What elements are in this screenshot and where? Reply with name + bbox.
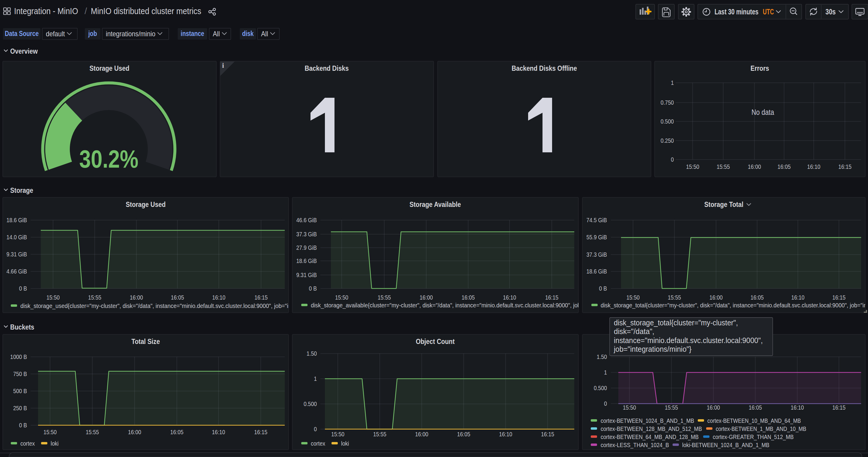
svg-text:16:15: 16:15 — [545, 294, 558, 301]
svg-text:disk_storage_used{cluster="my-: disk_storage_used{cluster="my-cluster", … — [20, 302, 335, 309]
svg-text:16:05: 16:05 — [170, 428, 183, 435]
svg-text:Object Count: Object Count — [416, 337, 455, 345]
svg-text:disk="/data",: disk="/data", — [614, 327, 654, 336]
svg-text:16:10: 16:10 — [807, 163, 820, 170]
svg-text:16:15: 16:15 — [254, 294, 268, 301]
svg-text:16:10: 16:10 — [503, 294, 516, 301]
svg-text:Backend Disks Offline: Backend Disks Offline — [512, 64, 577, 72]
svg-text:cortex: cortex — [311, 440, 325, 447]
svg-text:loki: loki — [51, 440, 59, 447]
svg-text:18.6 GiB: 18.6 GiB — [6, 216, 27, 223]
svg-text:loki-BETWEEN_1024_B_AND_1_MB: loki-BETWEEN_1024_B_AND_1_MB — [682, 441, 769, 449]
svg-text:16:00: 16:00 — [128, 428, 141, 435]
svg-text:15:50: 15:50 — [626, 294, 640, 301]
svg-text:16:00: 16:00 — [748, 163, 761, 170]
svg-text:15:55: 15:55 — [378, 294, 391, 301]
svg-text:Storage Available: Storage Available — [409, 200, 461, 208]
svg-text:18.6 GiB: 18.6 GiB — [586, 268, 607, 275]
svg-text:0.500: 0.500 — [660, 118, 674, 125]
svg-text:15:55: 15:55 — [86, 428, 99, 435]
svg-text:15:50: 15:50 — [46, 294, 60, 301]
svg-text:16:10: 16:10 — [212, 428, 225, 435]
svg-text:Data Source: Data Source — [5, 30, 39, 37]
svg-text:16:15: 16:15 — [838, 163, 851, 170]
svg-text:16:05: 16:05 — [777, 163, 791, 170]
svg-text:16:00: 16:00 — [709, 294, 723, 301]
svg-text:30.2%: 30.2% — [79, 145, 138, 173]
svg-text:No data: No data — [751, 108, 774, 116]
svg-text:16:00: 16:00 — [130, 294, 143, 301]
svg-text:1: 1 — [314, 375, 317, 382]
svg-text:1.50: 1.50 — [597, 353, 607, 360]
svg-text:15:50: 15:50 — [686, 163, 699, 170]
svg-text:1: 1 — [671, 79, 674, 86]
svg-text:loki: loki — [341, 440, 349, 447]
svg-text:cortex: cortex — [20, 440, 35, 447]
svg-text:74.5 GiB: 74.5 GiB — [586, 216, 607, 223]
svg-text:Last 30 minutes: Last 30 minutes — [715, 7, 758, 16]
svg-text:15:50: 15:50 — [623, 404, 636, 411]
svg-text:instance="minio.default.svc.cl: instance="minio.default.svc.cluster.loca… — [614, 336, 763, 344]
svg-text:cortex-BETWEEN_64_MB_AND_128_M: cortex-BETWEEN_64_MB_AND_128_MB — [601, 433, 699, 440]
svg-text:cortex-GREATER_THAN_512_MB: cortex-GREATER_THAN_512_MB — [713, 433, 794, 440]
svg-text:0: 0 — [314, 426, 317, 432]
svg-text:Storage: Storage — [10, 186, 33, 194]
svg-text:16:15: 16:15 — [832, 294, 845, 301]
svg-text:15:55: 15:55 — [717, 163, 730, 170]
svg-text:Backend Disks: Backend Disks — [305, 64, 349, 72]
svg-text:Integration - MinIO: Integration - MinIO — [14, 6, 78, 16]
svg-text:16:00: 16:00 — [707, 404, 720, 411]
svg-text:cortex-BETWEEN_1024_B_AND_1_MB: cortex-BETWEEN_1024_B_AND_1_MB — [601, 417, 694, 424]
svg-text:27.9 GiB: 27.9 GiB — [296, 244, 317, 251]
svg-text:9.31 GiB: 9.31 GiB — [296, 271, 317, 278]
svg-text:cortex-LESS_THAN_1024_B: cortex-LESS_THAN_1024_B — [601, 441, 669, 449]
svg-text:16:05: 16:05 — [462, 294, 475, 301]
svg-text:37.3 GiB: 37.3 GiB — [296, 231, 317, 238]
svg-text:0 B: 0 B — [309, 285, 317, 292]
svg-text:/: / — [85, 6, 87, 16]
svg-text:disk_storage_total{cluster="my: disk_storage_total{cluster="my-cluster", — [614, 318, 738, 327]
svg-text:i: i — [222, 62, 224, 69]
svg-text:1: 1 — [604, 369, 607, 376]
svg-text:16:15: 16:15 — [254, 428, 267, 435]
svg-text:4.66 GiB: 4.66 GiB — [6, 268, 27, 275]
svg-text:disk_storage_total{cluster="my: disk_storage_total{cluster="my-cluster",… — [601, 302, 868, 309]
svg-text:750 B: 750 B — [13, 370, 27, 377]
svg-text:0 B: 0 B — [19, 422, 27, 428]
svg-text:0: 0 — [604, 400, 607, 407]
svg-text:cortex-BETWEEN_1_MB_AND_10_MB: cortex-BETWEEN_1_MB_AND_10_MB — [716, 425, 806, 432]
svg-text:0.500: 0.500 — [594, 385, 607, 391]
svg-text:16:05: 16:05 — [750, 294, 764, 301]
svg-text:15:50: 15:50 — [43, 428, 57, 435]
svg-text:0: 0 — [671, 156, 674, 163]
svg-text:Storage Total: Storage Total — [704, 200, 743, 208]
svg-text:16:05: 16:05 — [171, 294, 184, 301]
svg-text:0.500: 0.500 — [304, 400, 317, 407]
svg-text:integrations/minio: integrations/minio — [106, 30, 156, 38]
svg-text:default: default — [46, 30, 65, 38]
svg-text:0.750: 0.750 — [660, 99, 674, 106]
svg-text:disk: disk — [242, 30, 254, 37]
svg-text:job="integrations/minio"}: job="integrations/minio"} — [614, 345, 691, 353]
svg-text:9.31 GiB: 9.31 GiB — [6, 251, 27, 257]
svg-text:cortex-BETWEEN_10_MB_AND_64_MB: cortex-BETWEEN_10_MB_AND_64_MB — [707, 417, 801, 424]
svg-text:0.250: 0.250 — [660, 137, 674, 144]
svg-text:job: job — [88, 30, 97, 37]
svg-text:All: All — [261, 30, 268, 38]
svg-text:500 B: 500 B — [13, 388, 27, 394]
svg-text:16:00: 16:00 — [420, 294, 433, 301]
svg-text:15:55: 15:55 — [668, 294, 681, 301]
svg-text:46.6 GiB: 46.6 GiB — [296, 216, 317, 223]
svg-text:0 B: 0 B — [19, 285, 27, 292]
svg-text:16:10: 16:10 — [791, 294, 804, 301]
svg-text:Errors: Errors — [750, 64, 769, 72]
svg-text:16:15: 16:15 — [541, 431, 554, 437]
svg-text:16:15: 16:15 — [832, 404, 845, 411]
svg-text:16:10: 16:10 — [499, 431, 512, 437]
svg-text:1.50: 1.50 — [307, 350, 317, 357]
svg-text:cortex-BETWEEN_128_MB_AND_512_: cortex-BETWEEN_128_MB_AND_512_MB — [601, 425, 702, 432]
svg-text:15:55: 15:55 — [373, 431, 386, 437]
svg-text:Overview: Overview — [10, 47, 38, 55]
svg-text:Buckets: Buckets — [10, 323, 34, 331]
svg-text:15:55: 15:55 — [88, 294, 101, 301]
